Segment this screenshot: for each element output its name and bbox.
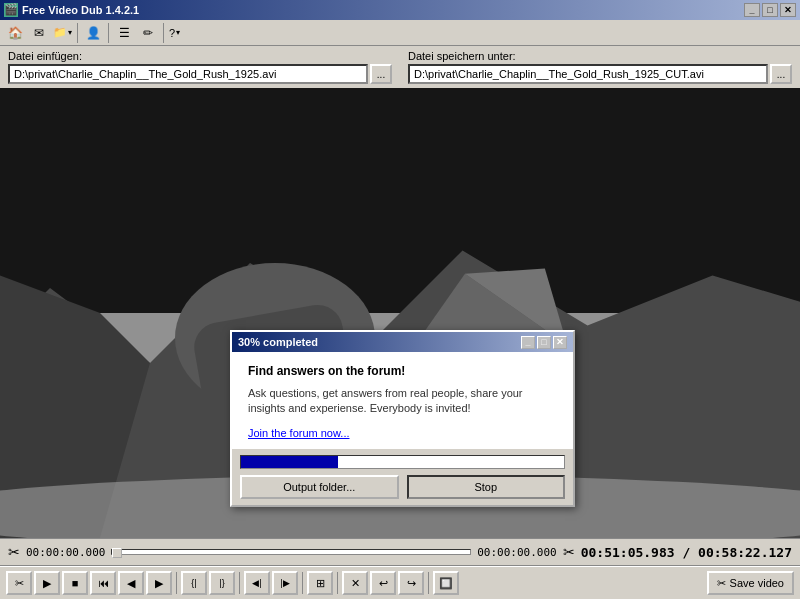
- timeline-area: ✂ 00:00:00.000 00:00:00.000 ✂ 00:51:05.9…: [0, 538, 800, 566]
- window-title: Free Video Dub 1.4.2.1: [22, 4, 744, 16]
- forum-link[interactable]: Join the forum now...: [248, 427, 350, 439]
- current-time: 00:51:05.983: [581, 545, 675, 560]
- control-separator-5: [428, 572, 429, 594]
- toolbar-separator-3: [163, 23, 164, 43]
- dialog-close-button[interactable]: ✕: [553, 336, 567, 349]
- app-window: 🎬 Free Video Dub 1.4.2.1 _ □ ✕ 🏠 ✉ 📁 ▾ 👤…: [0, 0, 800, 599]
- zoom-button[interactable]: ⊞: [307, 571, 333, 595]
- cut-start-button[interactable]: ✂: [6, 571, 32, 595]
- time-sep: /: [682, 545, 698, 560]
- stop-button[interactable]: Stop: [407, 475, 566, 499]
- dialog-heading: Find answers on the forum!: [248, 364, 557, 378]
- playback-controls: ✂ ▶ ■ ⏮ ◀ ▶ {| |} ◀| |▶ ⊞: [0, 566, 800, 599]
- go-mark-in-icon: ◀|: [252, 578, 261, 588]
- redo-button[interactable]: ↪: [398, 571, 424, 595]
- save-video-button[interactable]: ✂ Save video: [707, 571, 794, 595]
- play-button[interactable]: ▶: [34, 571, 60, 595]
- dialog-title-controls: _ □ ✕: [521, 336, 567, 349]
- file-area: Datei einfügen: ... Datei speichern unte…: [0, 46, 800, 88]
- delete-icon: ✕: [351, 577, 360, 590]
- email-button[interactable]: ✉: [28, 22, 50, 44]
- edit-button[interactable]: ✏: [137, 22, 159, 44]
- help-icon: ?: [169, 27, 175, 39]
- control-separator-4: [337, 572, 338, 594]
- dialog-footer: Output folder... Stop: [232, 449, 573, 505]
- timeline-start-time: 00:00:00.000: [26, 546, 105, 559]
- dialog-title-text: 30% completed: [238, 336, 521, 348]
- step-back-icon: ◀: [127, 577, 135, 590]
- folder-icon: 📁: [53, 26, 67, 39]
- cut-start-icon: ✂: [15, 577, 24, 590]
- help-arrow-icon: ▾: [176, 28, 180, 37]
- save-video-label: Save video: [730, 577, 784, 589]
- progress-bar-fill: [241, 456, 338, 468]
- control-separator-3: [302, 572, 303, 594]
- dialog-minimize-button[interactable]: _: [521, 336, 535, 349]
- file-input-label: Datei einfügen:: [8, 50, 392, 62]
- dialog-maximize-button[interactable]: □: [537, 336, 551, 349]
- file-output-browse-button[interactable]: ...: [770, 64, 792, 84]
- mark-out-button[interactable]: |}: [209, 571, 235, 595]
- toolbar: 🏠 ✉ 📁 ▾ 👤 ☰ ✏ ? ▾: [0, 20, 800, 46]
- progress-bar-container: [240, 455, 565, 469]
- file-input-field[interactable]: [8, 64, 368, 84]
- folder-arrow-icon: ▾: [68, 28, 72, 37]
- mark-in-button[interactable]: {|: [181, 571, 207, 595]
- next-frame-button[interactable]: ▶: [146, 571, 172, 595]
- delete-button[interactable]: ✕: [342, 571, 368, 595]
- mark-out-icon: |}: [219, 578, 224, 588]
- redo-icon: ↪: [407, 577, 416, 590]
- stop-icon: ■: [72, 577, 79, 589]
- timeline-thumb[interactable]: [112, 548, 122, 558]
- control-separator-2: [239, 572, 240, 594]
- go-mark-in-button[interactable]: ◀|: [244, 571, 270, 595]
- file-input-group: Datei einfügen: ...: [8, 50, 392, 84]
- prev-frame-icon: ⏮: [98, 577, 109, 589]
- file-output-label: Datei speichern unter:: [408, 50, 792, 62]
- undo-icon: ↩: [379, 577, 388, 590]
- scissors-icon: ✂: [8, 544, 20, 560]
- person-button[interactable]: 👤: [82, 22, 104, 44]
- minimize-button[interactable]: _: [744, 3, 760, 17]
- view-button[interactable]: 🔲: [433, 571, 459, 595]
- window-controls: _ □ ✕: [744, 3, 796, 17]
- control-separator-1: [176, 572, 177, 594]
- prev-frame-button[interactable]: ⏮: [90, 571, 116, 595]
- toolbar-separator-1: [77, 23, 78, 43]
- folder-button[interactable]: 📁 ▾: [52, 22, 73, 44]
- scissors-right-icon: ✂: [563, 544, 575, 560]
- app-icon: 🎬: [4, 3, 18, 17]
- file-output-row: ...: [408, 64, 792, 84]
- step-back-button[interactable]: ◀: [118, 571, 144, 595]
- dialog-action-buttons: Output folder... Stop: [240, 475, 565, 499]
- file-output-field[interactable]: [408, 64, 768, 84]
- close-button[interactable]: ✕: [780, 3, 796, 17]
- maximize-button[interactable]: □: [762, 3, 778, 17]
- go-mark-out-button[interactable]: |▶: [272, 571, 298, 595]
- file-output-group: Datei speichern unter: ...: [408, 50, 792, 84]
- home-button[interactable]: 🏠: [4, 22, 26, 44]
- go-mark-out-icon: |▶: [280, 578, 289, 588]
- toolbar-separator-2: [108, 23, 109, 43]
- help-button[interactable]: ? ▾: [168, 22, 181, 44]
- undo-button[interactable]: ↩: [370, 571, 396, 595]
- dialog-body: Find answers on the forum! Ask questions…: [232, 352, 573, 449]
- dialog-title-bar: 30% completed _ □ ✕: [232, 332, 573, 352]
- play-icon: ▶: [43, 577, 51, 590]
- output-folder-button[interactable]: Output folder...: [240, 475, 399, 499]
- timeline-track[interactable]: [111, 549, 471, 555]
- list-button[interactable]: ☰: [113, 22, 135, 44]
- timeline-current-total: 00:51:05.983 / 00:58:22.127: [581, 545, 792, 560]
- progress-dialog: 30% completed _ □ ✕ Find answers on the …: [230, 330, 575, 507]
- total-time: 00:58:22.127: [698, 545, 792, 560]
- timeline-end-time: 00:00:00.000: [477, 546, 556, 559]
- save-icon: ✂: [717, 577, 726, 590]
- dialog-description: Ask questions, get answers from real peo…: [248, 386, 557, 417]
- title-bar: 🎬 Free Video Dub 1.4.2.1 _ □ ✕: [0, 0, 800, 20]
- mark-in-icon: {|: [191, 578, 196, 588]
- next-frame-icon: ▶: [155, 577, 163, 590]
- file-input-browse-button[interactable]: ...: [370, 64, 392, 84]
- stop-button[interactable]: ■: [62, 571, 88, 595]
- view-icon: 🔲: [439, 577, 453, 590]
- file-input-row: ...: [8, 64, 392, 84]
